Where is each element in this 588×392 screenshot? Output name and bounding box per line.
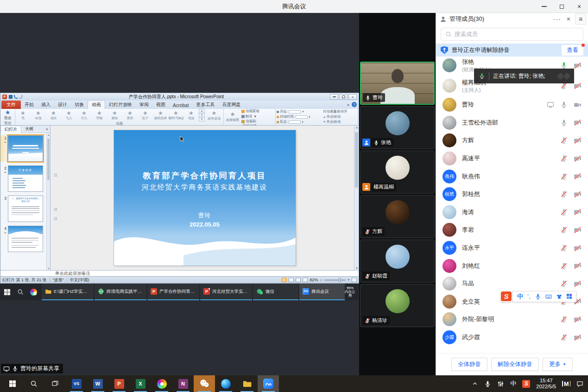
thumbs-scrollbar[interactable]: ▲▼ xyxy=(46,133,50,270)
keyboard-icon[interactable] xyxy=(545,293,552,300)
sorter-view-icon[interactable] xyxy=(289,278,294,282)
slide-canvas[interactable]: 教育部产学合作协同育人项目 河北经贸大学商务英语实践基地建设 曹玲 2022.0… xyxy=(51,126,359,270)
ribbon-group-preview[interactable]: ★ 预览 预览 xyxy=(0,109,15,125)
start-input[interactable] xyxy=(289,110,301,114)
taskbar-vs-button[interactable]: VS xyxy=(66,375,87,392)
help-icon[interactable]: ? xyxy=(352,102,357,107)
ppt-ribbon-tab[interactable]: 切换 xyxy=(71,101,88,109)
move-earlier-button[interactable]: ▲向前移动 xyxy=(323,114,357,119)
taskbar-explorer-button[interactable] xyxy=(236,375,258,392)
action-center-icon[interactable] xyxy=(576,380,583,387)
mic-muted-icon[interactable] xyxy=(560,280,568,287)
member-row[interactable]: 外院-邵黎明 xyxy=(436,310,588,329)
animation-effect-item[interactable]: ★缩放 xyxy=(183,109,199,121)
more-button[interactable]: 更多▼ xyxy=(543,358,573,371)
timing-start[interactable]: 开始:▼ xyxy=(277,109,321,114)
ppt-ribbon-tab[interactable]: 审阅 xyxy=(136,101,152,109)
mute-all-button[interactable]: 全体静音 xyxy=(451,358,487,371)
taskbar-meeting-button[interactable] xyxy=(258,375,279,392)
normal-view-icon[interactable] xyxy=(282,278,287,282)
taskbar-app-button[interactable]: 腾讯会议 xyxy=(299,284,345,300)
mic-muted-icon[interactable] xyxy=(560,155,568,162)
ppt-close-button[interactable]: × xyxy=(348,94,357,100)
ppt-ribbon-tab[interactable]: 设计 xyxy=(54,101,71,109)
animation-effect-item[interactable]: ★擦除 xyxy=(107,109,122,121)
effect-options-button[interactable]: ★ 效果选项 xyxy=(205,109,223,121)
member-row[interactable]: 少霞武少霞 xyxy=(436,329,588,347)
camera-off-icon[interactable] xyxy=(574,137,582,145)
zoom-out-button[interactable]: − xyxy=(320,278,322,282)
view-request-button[interactable]: 查看 xyxy=(562,45,583,56)
member-row[interactable]: 方辉 xyxy=(436,132,588,150)
canvas-scrollbar[interactable]: ▲▼ xyxy=(354,126,359,270)
voice-input-icon[interactable] xyxy=(535,293,541,300)
taskbar-edge-button[interactable] xyxy=(215,375,236,392)
ppt-ribbon-tab[interactable]: 动画 xyxy=(88,100,105,109)
mic-muted-icon[interactable] xyxy=(560,244,568,252)
ppt-tab-file[interactable]: 文件 xyxy=(1,101,21,109)
reading-view-icon[interactable] xyxy=(296,278,301,282)
thumbs-tab-slides[interactable]: 幻灯片 xyxy=(0,126,21,133)
taskbar-wheel-button[interactable] xyxy=(151,375,172,392)
trigger-button[interactable]: 触发▼ xyxy=(241,114,275,119)
ime-indicator[interactable]: 中 xyxy=(510,379,516,388)
slide[interactable]: 教育部产学合作协同育人项目 河北经贸大学商务英语实践基地建设 曹玲 2022.0… xyxy=(114,130,296,266)
camera-off-icon[interactable] xyxy=(574,62,582,70)
slide-thumbnail-preview[interactable]: 主要内容 xyxy=(8,165,43,192)
member-row[interactable]: 桂然郭桂然 xyxy=(436,185,588,203)
camera-off-icon[interactable] xyxy=(574,226,582,234)
camera-off-icon[interactable] xyxy=(574,244,582,252)
member-search-box[interactable] xyxy=(441,28,583,41)
member-row[interactable]: 李岩 xyxy=(436,221,588,239)
mic-muted-icon[interactable] xyxy=(560,190,568,198)
member-row[interactable]: 海涛 xyxy=(436,203,588,221)
slide-thumbnail-preview[interactable]: 一、教育部产学合作协同育人项目介绍 xyxy=(8,196,43,222)
mic-muted-icon[interactable] xyxy=(560,209,568,216)
fit-window-icon[interactable] xyxy=(352,278,357,282)
animation-effect-item[interactable]: ★浮入 xyxy=(76,109,92,121)
member-row[interactable]: 高速平 xyxy=(436,150,588,168)
hamburger-menu-icon[interactable]: ≡ xyxy=(575,13,586,25)
animation-effect-item[interactable]: ★出现 xyxy=(31,109,46,121)
member-row[interactable]: 马晶 xyxy=(436,275,588,293)
animation-tag[interactable] xyxy=(54,208,57,211)
member-row[interactable]: 永平连永平 xyxy=(436,239,588,257)
ppt-ribbon-tab[interactable]: 幻灯片放映 xyxy=(105,101,136,109)
taskbar-onenote-button[interactable]: N xyxy=(172,375,194,392)
video-tile[interactable]: 杨清珍 xyxy=(360,284,435,327)
camera-off-icon[interactable] xyxy=(574,280,582,288)
maximize-button[interactable] xyxy=(553,0,570,13)
camera-off-icon[interactable] xyxy=(574,316,582,323)
mic-muted-icon[interactable] xyxy=(560,316,568,323)
slide-thumbnail-preview[interactable] xyxy=(8,135,43,162)
ppt-minimize-button[interactable] xyxy=(330,94,338,100)
microphone-tray-icon[interactable] xyxy=(484,380,491,387)
animation-effect-item[interactable]: ★飞入 xyxy=(61,109,76,121)
camera-off-icon[interactable] xyxy=(574,82,582,90)
timing-delay[interactable]: 延迟:▲▼ xyxy=(277,120,321,124)
animation-effect-item[interactable]: ★无 xyxy=(15,109,31,121)
member-row[interactable]: 燕伟耿燕伟 xyxy=(436,167,588,185)
member-list[interactable]: 张艳(联席主持人)楊苒温桐(主持人)曹玲王雪松外语部方辉高速平燕伟耿燕伟桂然郭桂… xyxy=(436,55,588,353)
m-app-tray-icon[interactable]: M xyxy=(562,380,570,387)
ppt-ribbon-tab[interactable]: 更多工具 xyxy=(192,101,218,109)
pinwheel-app-icon[interactable] xyxy=(30,289,37,296)
animation-effect-item[interactable]: ★随机线条 xyxy=(153,109,168,121)
animation-effect-item[interactable]: ★轮子 xyxy=(138,109,153,121)
zoom-slider[interactable] xyxy=(324,279,346,281)
taskbar-search-button[interactable] xyxy=(23,375,44,392)
gallery-scroll-arrows[interactable]: ▲▼▼ xyxy=(199,109,205,121)
notes-pane[interactable]: 单击此处添加备注 xyxy=(0,270,359,276)
start-button-icon[interactable] xyxy=(4,289,11,296)
mic-on-icon[interactable] xyxy=(560,101,568,108)
mic-on-icon[interactable] xyxy=(560,119,568,126)
taskbar-app-button[interactable]: P河北经贸大学实践.. xyxy=(200,284,252,300)
member-row[interactable]: 刘艳红 xyxy=(436,257,588,275)
camera-off-icon[interactable] xyxy=(574,334,582,341)
mic-muted-icon[interactable] xyxy=(560,173,568,180)
ppt-ribbon-tab[interactable]: Acrobat xyxy=(169,102,192,109)
ribbon-collapse-icon[interactable]: ▲ xyxy=(347,103,350,106)
animation-effect-item[interactable]: ★翻转式由远.. xyxy=(168,109,183,121)
skin-icon[interactable] xyxy=(556,293,563,300)
ppt-maximize-button[interactable] xyxy=(339,94,348,100)
